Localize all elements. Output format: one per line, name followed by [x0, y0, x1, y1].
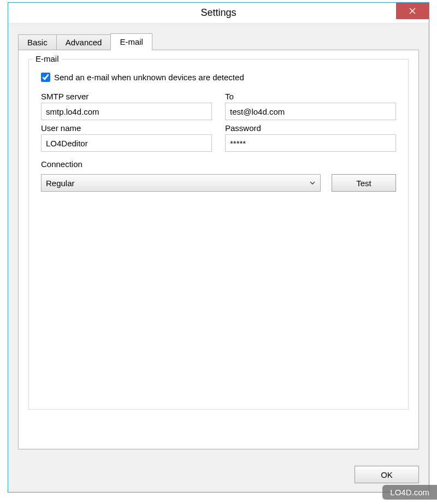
footer: OK: [8, 459, 429, 492]
smtp-input[interactable]: [41, 103, 212, 120]
close-icon: [409, 8, 416, 14]
tab-strip: Basic Advanced E-mail: [18, 33, 419, 50]
test-button[interactable]: Test: [332, 174, 396, 192]
password-input[interactable]: [225, 134, 396, 152]
groupbox-legend: E-mail: [33, 54, 61, 63]
to-label: To: [225, 92, 396, 101]
settings-window: Settings Basic Advanced E-mail E-mail Se…: [8, 2, 429, 493]
tab-email[interactable]: E-mail: [110, 33, 152, 50]
smtp-label: SMTP server: [41, 92, 212, 101]
close-button[interactable]: [396, 3, 429, 19]
email-groupbox: E-mail Send an e-mail when unknown devic…: [28, 59, 409, 410]
send-email-checkbox[interactable]: [41, 73, 50, 82]
username-field: User name: [41, 123, 212, 152]
content-area: Basic Advanced E-mail E-mail Send an e-m…: [8, 23, 429, 459]
connection-row: Regular Test: [41, 174, 396, 192]
connection-select-col: Regular: [41, 174, 321, 192]
send-email-check-row: Send an e-mail when unknown devices are …: [41, 73, 396, 82]
connection-section: Connection Regular: [41, 159, 396, 192]
username-input[interactable]: [41, 134, 212, 152]
password-field: Password: [225, 123, 396, 152]
fields-grid: SMTP server To User name Password: [41, 92, 396, 152]
tab-panel: E-mail Send an e-mail when unknown devic…: [18, 50, 419, 449]
titlebar: Settings: [8, 3, 429, 23]
watermark: LO4D.com: [382, 485, 437, 500]
send-email-label[interactable]: Send an e-mail when unknown devices are …: [54, 73, 244, 82]
ok-button[interactable]: OK: [355, 466, 419, 483]
connection-select-wrap: Regular: [41, 174, 321, 192]
tab-advanced[interactable]: Advanced: [56, 34, 111, 50]
window-title: Settings: [200, 7, 236, 19]
connection-select[interactable]: Regular: [41, 174, 321, 192]
to-field: To: [225, 92, 396, 120]
username-label: User name: [41, 123, 212, 133]
smtp-field: SMTP server: [41, 92, 212, 120]
connection-label: Connection: [41, 159, 396, 169]
password-label: Password: [225, 123, 396, 133]
to-input[interactable]: [225, 103, 396, 120]
tab-basic[interactable]: Basic: [18, 34, 57, 50]
